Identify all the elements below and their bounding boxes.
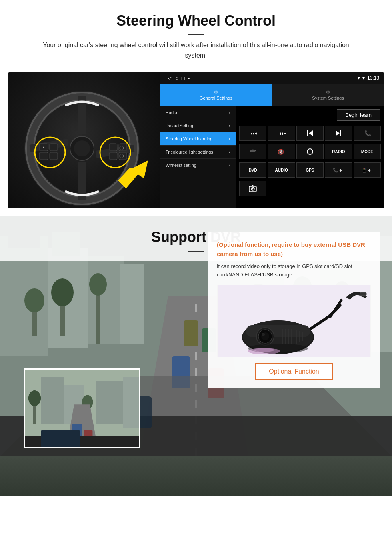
svg-rect-30: [340, 130, 341, 136]
svg-rect-18: [109, 144, 117, 151]
svg-point-80: [28, 390, 41, 406]
control-buttons-row3: DVD AUDIO GPS 📞⏮: [236, 161, 384, 179]
svg-rect-47: [120, 264, 144, 344]
steering-section: Steering Wheel Control Your original car…: [0, 0, 392, 208]
svg-rect-15: [50, 144, 58, 151]
menu-steering-label: Steering Wheel learning: [166, 136, 212, 141]
back-nav-icon: ◁: [168, 75, 172, 81]
signal-icon: ▾: [358, 75, 360, 81]
dvr-info-card: (Optional function, require to buy exter…: [208, 232, 380, 388]
phone-prev-btn[interactable]: 📞⏮: [325, 162, 352, 178]
steering-wheel-photo: + −: [8, 72, 160, 208]
phone-btn[interactable]: 📞: [354, 126, 381, 141]
svg-rect-52: [96, 288, 100, 344]
menu-tricoloured-label: Tricoloured light settings: [166, 150, 213, 154]
radio-btn[interactable]: RADIO: [325, 144, 352, 159]
menu-item-steering-wheel[interactable]: Steering Wheel learning ›: [160, 132, 236, 146]
recents-nav-icon: □: [182, 75, 185, 81]
steering-subtitle: Your original car's steering wheel contr…: [32, 40, 360, 60]
svg-text:📞⏮: 📞⏮: [333, 167, 343, 173]
divider-1: [188, 34, 204, 35]
svg-point-22: [120, 146, 124, 150]
dvr-section: Support DVR: [0, 216, 392, 496]
control-buttons-row2: 🔇 RADIO MODE: [236, 142, 384, 161]
svg-point-40: [252, 188, 254, 190]
dvr-body-text: It can record video only to storage in G…: [217, 262, 371, 279]
mute-btn[interactable]: 🔇: [268, 144, 295, 159]
chevron-right-icon: ›: [229, 110, 230, 115]
begin-learn-button[interactable]: Begin learn: [337, 109, 380, 121]
dvd-btn[interactable]: DVD: [239, 162, 266, 178]
menu-item-radio[interactable]: Radio ›: [160, 106, 236, 119]
svg-rect-90: [360, 292, 366, 296]
steering-wheel-svg: + −: [8, 72, 160, 208]
general-settings-icon: ⚙: [214, 90, 218, 95]
steering-header: Steering Wheel Control Your original car…: [0, 0, 392, 64]
dvr-camera-thumbnail: [24, 368, 140, 448]
svg-rect-94: [246, 325, 310, 337]
dvr-thumbnail-road: [25, 370, 139, 447]
dvr-optional-note: (Optional function, require to buy exter…: [217, 240, 371, 258]
audio-btn[interactable]: AUDIO: [268, 162, 295, 178]
mode-btn[interactable]: MODE: [354, 144, 381, 159]
svg-text:📱⏭: 📱⏭: [362, 167, 372, 173]
svg-point-9: [74, 140, 90, 156]
svg-rect-77: [96, 381, 123, 424]
status-bar: ◁ ○ □ ▪ ▾ ▾ 13:13: [160, 72, 384, 84]
wifi-icon: ▾: [362, 75, 365, 81]
svg-rect-88: [41, 430, 80, 448]
svg-text:⏮−: ⏮−: [278, 130, 286, 136]
home-nav-icon: ○: [175, 75, 178, 81]
menu-default-label: DefaultSetting: [166, 123, 193, 128]
chevron-right-icon: ›: [229, 163, 230, 168]
steering-control-panel: Begin learn ⏮+ ⏮−: [236, 106, 384, 208]
menu-item-tricoloured[interactable]: Tricoloured light settings ›: [160, 146, 236, 159]
svg-point-23: [120, 154, 124, 158]
dvr-thumbnail-svg: [25, 368, 139, 448]
svg-rect-16: [50, 152, 58, 160]
vol-up-btn[interactable]: ⏮+: [239, 126, 266, 141]
steering-title: Steering Wheel Control: [16, 12, 376, 29]
prev-track-btn[interactable]: [296, 126, 324, 141]
optional-function-button[interactable]: Optional Function: [255, 363, 332, 380]
gps-btn[interactable]: GPS: [296, 162, 324, 178]
vol-down-btn[interactable]: ⏮−: [268, 126, 295, 141]
general-settings-label: General Settings: [200, 96, 232, 100]
tab-general-settings[interactable]: ⚙ General Settings: [160, 84, 272, 106]
chevron-right-icon: ›: [229, 124, 230, 128]
menu-content: Radio › DefaultSetting › Steering Wheel …: [160, 106, 384, 208]
svg-point-98: [262, 333, 265, 336]
settings-menu-list: Radio › DefaultSetting › Steering Wheel …: [160, 106, 236, 208]
status-bar-nav: ◁ ○ □ ▪: [168, 75, 190, 81]
menu-item-defaultsetting[interactable]: DefaultSetting ›: [160, 119, 236, 132]
settings-tabs: ⚙ General Settings ⚙ System Settings: [160, 84, 384, 106]
svg-text:🔇: 🔇: [278, 148, 284, 155]
chevron-right-icon: ›: [229, 137, 230, 141]
svg-text:⏮+: ⏮+: [250, 130, 257, 136]
svg-rect-19: [109, 152, 117, 160]
android-ui: ◁ ○ □ ▪ ▾ ▾ 13:13 ⚙ General Settings ⚙ S…: [160, 72, 384, 208]
svg-point-110: [254, 348, 274, 352]
system-settings-icon: ⚙: [326, 90, 330, 95]
svg-point-51: [51, 278, 74, 306]
svg-marker-38: [252, 185, 254, 186]
svg-rect-46: [88, 256, 124, 344]
system-settings-label: System Settings: [312, 96, 344, 100]
hang-up-btn[interactable]: [239, 144, 266, 159]
tab-system-settings[interactable]: ⚙ System Settings: [272, 84, 384, 106]
dvr-camera-svg: [218, 285, 370, 357]
phone-next-btn[interactable]: 📱⏭: [354, 162, 381, 178]
svg-text:+: +: [43, 146, 45, 149]
divider-2: [188, 251, 204, 252]
power-btn[interactable]: [296, 144, 324, 159]
menu-item-whitelist[interactable]: Whitelist setting ›: [160, 159, 236, 172]
status-time: 13:13: [367, 75, 379, 81]
next-track-btn[interactable]: [325, 126, 352, 141]
mockup-screenshot: + − ◁: [8, 72, 384, 208]
svg-text:−: −: [43, 154, 45, 158]
camera-btn[interactable]: [239, 181, 266, 196]
svg-rect-28: [307, 130, 308, 136]
chevron-right-icon: ›: [229, 150, 230, 154]
menu-nav-icon: ▪: [188, 75, 190, 81]
menu-whitelist-label: Whitelist setting: [166, 163, 196, 168]
